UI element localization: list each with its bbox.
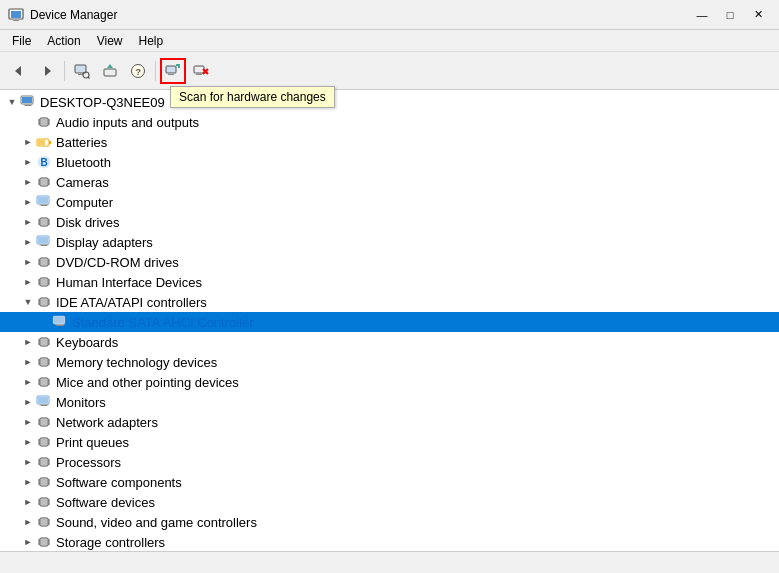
menu-action[interactable]: Action — [39, 32, 88, 50]
title-text: Device Manager — [30, 8, 117, 22]
tree-arrow[interactable]: ► — [20, 137, 36, 147]
tree-icon — [36, 354, 52, 370]
tree-item[interactable]: Audio inputs and outputs — [0, 112, 779, 132]
tree-item[interactable]: ► Mice and other pointing devices — [0, 372, 779, 392]
tree-root[interactable]: ▼ DESKTOP-Q3NEE09 — [0, 92, 779, 112]
tree-item[interactable]: ► Processors — [0, 452, 779, 472]
svg-rect-16 — [168, 74, 174, 75]
tree-item[interactable]: ► Print queues — [0, 432, 779, 452]
tree-item[interactable]: ► Storage controllers — [0, 532, 779, 551]
tree-item[interactable]: ► Disk drives — [0, 212, 779, 232]
svg-rect-1 — [11, 11, 21, 18]
tree-item[interactable]: ► Keyboards — [0, 332, 779, 352]
help-icon: ? — [130, 63, 146, 79]
tree-arrow[interactable]: ► — [20, 537, 36, 547]
tree-items: Audio inputs and outputs ► Batteries ► B… — [0, 112, 779, 551]
tree-arrow[interactable]: ► — [20, 217, 36, 227]
scan-hardware-button[interactable] — [160, 58, 186, 84]
tree-arrow[interactable]: ► — [20, 177, 36, 187]
svg-rect-27 — [41, 119, 47, 125]
tree-arrow[interactable]: ► — [20, 257, 36, 267]
tree-item[interactable]: ► Human Interface Devices — [0, 272, 779, 292]
root-arrow[interactable]: ▼ — [4, 97, 20, 107]
tree-arrow[interactable]: ► — [20, 277, 36, 287]
tree-arrow[interactable]: ► — [20, 417, 36, 427]
remove-device-icon — [193, 63, 209, 79]
tree-label: Monitors — [56, 395, 106, 410]
tree-arrow[interactable]: ► — [20, 237, 36, 247]
svg-rect-128 — [41, 439, 47, 445]
tree-item[interactable]: ► B Bluetooth — [0, 152, 779, 172]
tree-label: Standard SATA AHCI Controller — [72, 315, 254, 330]
svg-rect-136 — [41, 459, 47, 465]
tree-icon — [36, 474, 52, 490]
remove-device-button[interactable] — [188, 58, 214, 84]
tree-arrow[interactable]: ► — [20, 157, 36, 167]
tree-item[interactable]: ► Memory technology devices — [0, 352, 779, 372]
svg-rect-15 — [166, 66, 176, 73]
tree-item[interactable]: ► Display adapters — [0, 232, 779, 252]
svg-rect-7 — [78, 74, 83, 75]
tree-arrow[interactable]: ► — [20, 497, 36, 507]
back-button[interactable] — [6, 58, 32, 84]
tree-label: DVD/CD-ROM drives — [56, 255, 179, 270]
tree-arrow[interactable]: ► — [20, 477, 36, 487]
properties-button[interactable] — [69, 58, 95, 84]
tree-icon — [36, 374, 52, 390]
toolbar: ? Scan for hardware changes — [0, 52, 779, 90]
svg-rect-23 — [22, 97, 32, 103]
tree-item[interactable]: Standard SATA AHCI Controller — [0, 312, 779, 332]
svg-rect-61 — [41, 245, 48, 246]
title-bar: Device Manager — □ ✕ — [0, 0, 779, 30]
tree-arrow[interactable]: ► — [20, 197, 36, 207]
help-button[interactable]: ? — [125, 58, 151, 84]
tree-item[interactable]: ► Network adapters — [0, 412, 779, 432]
update-driver-button[interactable] — [97, 58, 123, 84]
tree-arrow[interactable]: ▼ — [20, 297, 36, 307]
tree-arrow[interactable]: ► — [20, 337, 36, 347]
menu-help[interactable]: Help — [131, 32, 172, 50]
menu-file[interactable]: File — [4, 32, 39, 50]
tree-item[interactable]: ► Software devices — [0, 492, 779, 512]
tree-icon — [36, 514, 52, 530]
tree-item[interactable]: ► Cameras — [0, 172, 779, 192]
tree-label: Bluetooth — [56, 155, 111, 170]
tree-label: Print queues — [56, 435, 129, 450]
tree-item[interactable]: ► Computer — [0, 192, 779, 212]
tree-container[interactable]: ▼ DESKTOP-Q3NEE09 Audio inputs and outpu… — [0, 90, 779, 551]
maximize-button[interactable]: □ — [717, 5, 743, 25]
svg-rect-88 — [54, 317, 64, 323]
forward-button[interactable] — [34, 58, 60, 84]
tree-label: Batteries — [56, 135, 107, 150]
svg-rect-19 — [196, 74, 202, 75]
back-icon — [11, 63, 27, 79]
tree-arrow[interactable]: ► — [20, 357, 36, 367]
tree-arrow[interactable]: ► — [20, 377, 36, 387]
close-button[interactable]: ✕ — [745, 5, 771, 25]
title-bar-left: Device Manager — [8, 7, 117, 23]
tree-icon — [36, 194, 52, 210]
tree-item[interactable]: ► Batteries — [0, 132, 779, 152]
tree-icon — [36, 534, 52, 550]
svg-rect-90 — [56, 324, 65, 325]
title-bar-controls: — □ ✕ — [689, 5, 771, 25]
tree-label: Computer — [56, 195, 113, 210]
tree-arrow[interactable]: ► — [20, 397, 36, 407]
tree-item[interactable]: ► Software components — [0, 472, 779, 492]
minimize-button[interactable]: — — [689, 5, 715, 25]
svg-rect-49 — [41, 205, 48, 206]
svg-rect-11 — [104, 69, 116, 76]
tree-item[interactable]: ► Sound, video and game controllers — [0, 512, 779, 532]
tree-label: Audio inputs and outputs — [56, 115, 199, 130]
tree-arrow[interactable]: ► — [20, 517, 36, 527]
root-label: DESKTOP-Q3NEE09 — [40, 95, 165, 110]
tree-item[interactable]: ► Monitors — [0, 392, 779, 412]
tree-icon — [36, 294, 52, 310]
tree-item[interactable]: ▼ IDE ATA/ATAPI controllers — [0, 292, 779, 312]
svg-rect-17 — [167, 73, 175, 74]
tree-item[interactable]: ► DVD/CD-ROM drives — [0, 252, 779, 272]
tree-arrow[interactable]: ► — [20, 457, 36, 467]
menu-view[interactable]: View — [89, 32, 131, 50]
tree-arrow[interactable]: ► — [20, 437, 36, 447]
svg-rect-36 — [38, 140, 45, 145]
